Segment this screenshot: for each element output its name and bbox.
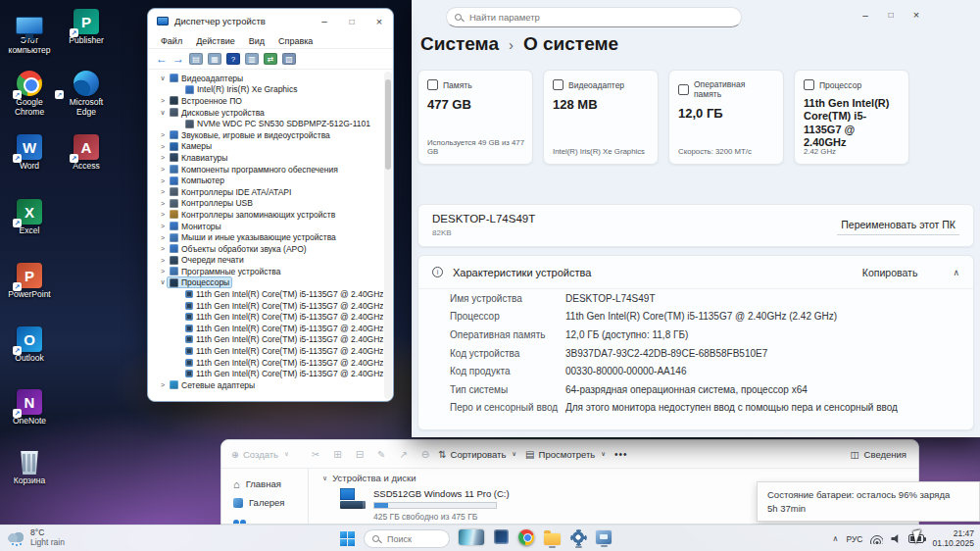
scan-icon[interactable]: ⇄ xyxy=(264,53,277,65)
menu-item-действие[interactable]: Действие xyxy=(190,35,241,47)
tree-item[interactable]: >Очереди печати xyxy=(150,255,383,267)
tree-item[interactable]: >Сетевые адаптеры xyxy=(150,379,383,391)
search-input[interactable] xyxy=(467,11,733,24)
taskbar-search[interactable] xyxy=(364,529,450,548)
chevron-right-icon[interactable]: > xyxy=(158,245,168,252)
tree-item[interactable]: >Клавиатуры xyxy=(150,152,383,164)
chevron-right-icon[interactable]: > xyxy=(158,177,168,184)
back-icon[interactable]: ← xyxy=(156,53,168,65)
chevron-right-icon[interactable]: > xyxy=(158,268,168,275)
desktop-icon-this-pc[interactable]: Этот компьютер xyxy=(2,3,57,56)
menu-item-справка[interactable]: Справка xyxy=(272,35,318,47)
chevron-right-icon[interactable]: > xyxy=(158,131,168,138)
tree-item[interactable]: ∨Дисковые устройства xyxy=(150,107,383,119)
sidebar-item-partial[interactable] xyxy=(233,512,308,525)
tree-item[interactable]: >Встроенное ПО xyxy=(150,95,383,107)
desktop-icon-excel[interactable]: X↗Excel xyxy=(2,193,57,236)
tree-item[interactable]: >Контроллеры IDE ATA/ATAPI xyxy=(150,186,383,198)
weather-widget[interactable]: 8°C Light rain xyxy=(8,528,65,547)
chevron-right-icon[interactable]: > xyxy=(158,211,168,218)
legacy-hardware-icon[interactable]: ▧ xyxy=(282,53,296,65)
chevron-down-icon[interactable]: ∨ xyxy=(158,109,168,117)
console-icon[interactable]: ▤ xyxy=(189,53,203,65)
scrollbar-thumb[interactable] xyxy=(385,79,391,170)
tree-item[interactable]: 11th Gen Intel(R) Core(TM) i5-1135G7 @ 2… xyxy=(150,334,383,346)
taskbar-app[interactable] xyxy=(570,529,586,548)
tree-item[interactable]: 11th Gen Intel(R) Core(TM) i5-1135G7 @ 2… xyxy=(150,288,383,300)
menu-item-вид[interactable]: Вид xyxy=(243,35,270,47)
copy-icon[interactable]: ⊞ xyxy=(333,449,341,460)
sort-button[interactable]: ⇅Сортировать xyxy=(438,449,516,460)
device-manager-icon[interactable] xyxy=(596,530,612,544)
taskbar-app[interactable] xyxy=(544,530,561,548)
chevron-right-icon[interactable]: > xyxy=(158,257,168,264)
tree-item[interactable]: >Мыши и иные указывающие устройства xyxy=(150,231,383,243)
chevron-right-icon[interactable]: > xyxy=(158,223,168,229)
chevron-down-icon[interactable]: ∨ xyxy=(158,278,168,286)
explorer-folder-icon[interactable] xyxy=(544,533,561,545)
tree-item[interactable]: >Камеры xyxy=(150,141,383,153)
chevron-right-icon[interactable]: > xyxy=(158,154,168,161)
tree-item[interactable]: >Звуковые, игровые и видеоустройства xyxy=(150,129,383,141)
rename-pc-button[interactable]: Переименовать этот ПК xyxy=(837,216,959,235)
tree-item[interactable]: 11th Gen Intel(R) Core(TM) i5-1135G7 @ 2… xyxy=(150,345,383,357)
minimize-icon[interactable] xyxy=(311,11,338,31)
help-icon[interactable]: ? xyxy=(226,53,240,65)
minimize-icon[interactable] xyxy=(853,5,878,25)
tree-item[interactable]: 11th Gen Intel(R) Core(TM) i5-1135G7 @ 2… xyxy=(150,300,383,312)
clock[interactable]: 21:47 01.10.2025 xyxy=(932,529,974,548)
chevron-down-icon[interactable]: ∨ xyxy=(158,75,168,82)
tree-item[interactable]: 11th Gen Intel(R) Core(TM) i5-1135G7 @ 2… xyxy=(150,311,383,323)
copy-button[interactable]: Копировать xyxy=(862,267,918,278)
new-button[interactable]: ⊕Создать xyxy=(231,449,289,460)
desktop-icon-word[interactable]: W↗Word xyxy=(2,128,57,172)
desktop-icon-edge[interactable]: ↗Microsoft Edge xyxy=(59,65,114,118)
taskbar-app[interactable] xyxy=(518,529,534,549)
close-icon[interactable] xyxy=(366,11,393,31)
desktop-icon-powerpoint[interactable]: P↗PowerPoint xyxy=(2,257,57,300)
scrollbar[interactable] xyxy=(384,72,392,399)
menu-item-файл[interactable]: Файл xyxy=(155,35,188,47)
breadcrumb-parent[interactable]: Система xyxy=(420,33,499,55)
taskbar-search-input[interactable] xyxy=(385,533,441,545)
chevron-up-icon[interactable]: ∧ xyxy=(953,268,959,277)
cut-icon[interactable]: ✂ xyxy=(312,449,319,460)
rename-icon[interactable]: ✎ xyxy=(377,449,385,460)
chevron-right-icon[interactable]: > xyxy=(158,166,168,173)
photos-app-icon[interactable] xyxy=(494,529,509,544)
delete-icon[interactable]: ⊖ xyxy=(421,449,429,460)
tree-item[interactable]: 11th Gen Intel(R) Core(TM) i5-1135G7 @ 2… xyxy=(150,323,383,334)
chevron-right-icon[interactable]: > xyxy=(158,234,168,241)
chevron-right-icon[interactable]: > xyxy=(158,97,168,104)
sidebar-item-главная[interactable]: ⌂Главная xyxy=(233,475,308,493)
share-icon[interactable]: ↗ xyxy=(399,449,407,460)
tree-item[interactable]: NVMe WDC PC SN530 SDBPMPZ-512G-1101 xyxy=(150,118,383,129)
desktop-icon-chrome[interactable]: ↗Google Chrome xyxy=(2,65,57,118)
settings-search[interactable] xyxy=(446,7,742,27)
device-list-icon[interactable]: ▥ xyxy=(245,53,259,65)
close-icon[interactable] xyxy=(904,5,929,25)
forward-icon[interactable]: → xyxy=(172,53,184,65)
language-indicator[interactable]: РУС xyxy=(846,534,862,544)
chevron-right-icon[interactable]: > xyxy=(158,381,168,388)
taskbar-app[interactable] xyxy=(596,530,612,547)
sidebar-item-галерея[interactable]: Галерея xyxy=(233,493,308,512)
taskbar-app[interactable] xyxy=(494,529,509,548)
chevron-right-icon[interactable]: > xyxy=(158,188,168,195)
view-button[interactable]: ▤Просмотреть xyxy=(525,449,606,460)
tree-item[interactable]: 11th Gen Intel(R) Core(TM) i5-1135G7 @ 2… xyxy=(150,357,383,369)
tree-item[interactable]: >Компьютер xyxy=(150,175,383,186)
desktop-icon-recycle-bin[interactable]: Корзина xyxy=(2,443,57,486)
maximize-icon[interactable] xyxy=(878,5,904,25)
tree-item[interactable]: Intel(R) Iris(R) Xe Graphics xyxy=(150,84,383,96)
tree-item[interactable]: ∨Процессоры xyxy=(150,277,383,289)
chrome-icon[interactable] xyxy=(518,529,534,545)
maximize-icon[interactable] xyxy=(338,11,366,31)
wifi-icon[interactable] xyxy=(870,534,883,544)
properties-icon[interactable]: ▦ xyxy=(208,53,221,65)
tree-item[interactable]: >Компоненты программного обеспечения xyxy=(150,164,383,175)
chevron-right-icon[interactable]: > xyxy=(158,143,168,150)
details-button[interactable]: ◫Сведения xyxy=(851,449,906,460)
start-button[interactable] xyxy=(340,531,355,546)
tree-item[interactable]: ∨Видеоадаптеры xyxy=(150,73,383,84)
